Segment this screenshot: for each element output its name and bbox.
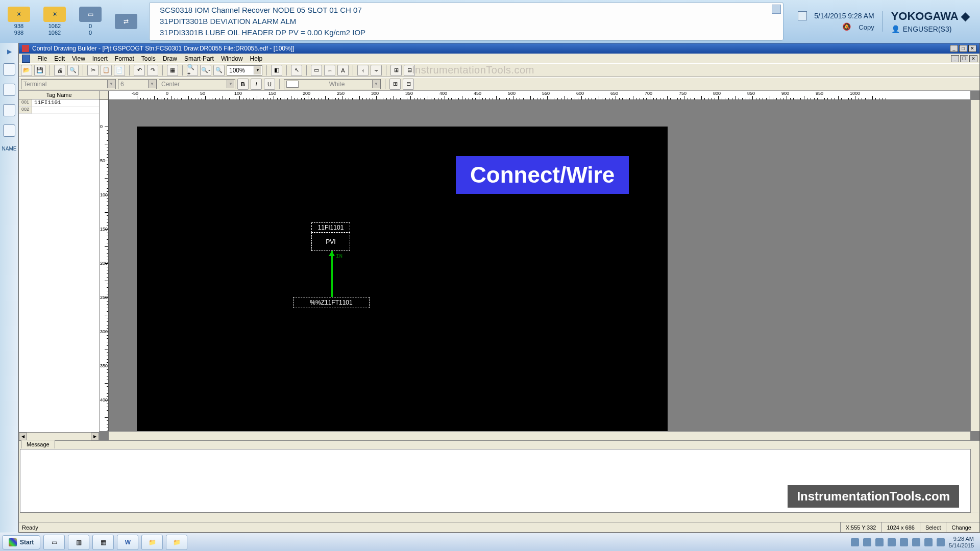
- tray-clock[interactable]: 9:28 AM 5/14/2015: [949, 536, 974, 549]
- window-titlebar[interactable]: Control Drawing Builder - [Pjt:GSPCOGT S…: [19, 43, 979, 54]
- italic-button[interactable]: I: [251, 79, 262, 90]
- io-block[interactable]: %%Z11FT1101: [293, 297, 370, 308]
- copy-button[interactable]: 📋: [101, 65, 112, 76]
- minimize-button[interactable]: _: [950, 45, 958, 52]
- draw-vscroll[interactable]: [970, 100, 979, 431]
- maximize-button[interactable]: □: [959, 45, 967, 52]
- menu-file[interactable]: File: [37, 55, 47, 62]
- fill-combo[interactable]: White▼: [284, 79, 381, 89]
- task-button-2[interactable]: ▥: [68, 535, 89, 550]
- tray-icon[interactable]: [912, 538, 920, 546]
- layout-tool-2[interactable]: ⊟: [403, 79, 414, 90]
- menu-edit[interactable]: Edit: [54, 55, 65, 62]
- dist-tool-1[interactable]: ⊞: [390, 65, 402, 76]
- mute-icon[interactable]: 🔕: [842, 22, 851, 32]
- preview-button[interactable]: 🔍: [67, 65, 79, 76]
- tray-icon[interactable]: [924, 538, 933, 546]
- block-tool[interactable]: ▭: [311, 65, 322, 76]
- tray-icon[interactable]: [851, 538, 859, 546]
- message-vscroll[interactable]: [970, 449, 978, 513]
- doc-restore-button[interactable]: ❐: [960, 55, 968, 62]
- undo-button[interactable]: ↶: [134, 65, 145, 76]
- tag-header[interactable]: Tag Name: [19, 91, 99, 99]
- task-button-3[interactable]: ▦: [92, 535, 114, 550]
- tray-icon[interactable]: [937, 538, 945, 546]
- zoom-in-button[interactable]: 🔍+: [187, 65, 198, 76]
- menu-view[interactable]: View: [72, 55, 85, 62]
- bold-button[interactable]: B: [237, 79, 249, 90]
- tray-icon[interactable]: [888, 538, 896, 546]
- rail-collapse-icon[interactable]: ▶: [7, 48, 12, 55]
- redo-button[interactable]: ↷: [147, 65, 158, 76]
- canvas-viewport[interactable]: Connect/Wire 11FI1101 PVI IN %%Z11FT1101: [109, 100, 970, 431]
- zoom-out-button[interactable]: 🔍-: [200, 65, 211, 76]
- tool-misc-1[interactable]: ◧: [271, 65, 282, 76]
- link-widget[interactable]: ⇄: [111, 14, 141, 29]
- canvas-page[interactable]: Connect/Wire 11FI1101 PVI IN %%Z11FT1101: [137, 127, 668, 431]
- task-button-5[interactable]: 📁: [141, 535, 163, 550]
- zoom-combo[interactable]: 100%▼: [227, 65, 262, 76]
- tray-icon[interactable]: [863, 538, 871, 546]
- alarm-info-panel[interactable]: SCS0318 IOM Channel Recover NODE 05 SLOT…: [149, 2, 783, 41]
- underline-button[interactable]: U: [264, 79, 275, 90]
- grid-button[interactable]: ▦: [167, 65, 178, 76]
- font-combo[interactable]: Terminal▼: [21, 79, 116, 89]
- doc-minimize-button[interactable]: _: [951, 55, 959, 62]
- tray-icon[interactable]: [875, 538, 884, 546]
- open-button[interactable]: 📂: [21, 65, 32, 76]
- message-tab[interactable]: Message: [21, 440, 55, 448]
- start-button[interactable]: Start: [2, 535, 40, 549]
- print-button[interactable]: 🖨: [54, 65, 65, 76]
- alarm-widget-3[interactable]: ▭ 00: [76, 7, 105, 36]
- scroll-left-icon[interactable]: ◀: [19, 433, 27, 440]
- fontsize-combo[interactable]: 6▼: [118, 79, 157, 89]
- rail-button-2[interactable]: [3, 84, 15, 96]
- overlay-label: Connect/Wire: [456, 156, 629, 194]
- info-scroll-icon[interactable]: [772, 5, 781, 14]
- menu-format[interactable]: Format: [115, 55, 134, 62]
- rail-button-3[interactable]: [3, 104, 15, 116]
- doc-icon[interactable]: [22, 55, 30, 63]
- zoom-fit-button[interactable]: 🔍: [213, 65, 225, 76]
- function-block-tag[interactable]: 11FI1101: [311, 222, 350, 233]
- task-button-4[interactable]: W: [117, 535, 138, 550]
- task-button-1[interactable]: ▭: [43, 535, 65, 550]
- menu-window[interactable]: Window: [221, 55, 243, 62]
- menu-draw[interactable]: Draw: [163, 55, 177, 62]
- menu-help[interactable]: Help: [250, 55, 263, 62]
- tag-hscroll[interactable]: ◀ ▶: [19, 432, 99, 440]
- wire[interactable]: [331, 251, 333, 297]
- alarm-widget-1[interactable]: ☀ 938938: [4, 7, 34, 36]
- rail-button-1[interactable]: [3, 63, 15, 76]
- tag-table[interactable]: 001 11FI1101 002: [19, 99, 99, 432]
- draw-hscroll[interactable]: [109, 431, 970, 440]
- close-button[interactable]: ✕: [968, 45, 976, 52]
- tray-icon[interactable]: [900, 538, 908, 546]
- menu-tools[interactable]: Tools: [141, 55, 156, 62]
- cut-button[interactable]: ✂: [87, 65, 99, 76]
- message-hscroll[interactable]: [20, 513, 978, 521]
- alarm-widget-2[interactable]: ☀ 10621062: [40, 7, 69, 36]
- user-button[interactable]: 👤 ENGUSER(S3): [891, 25, 952, 33]
- align-tool-2[interactable]: ⫟: [371, 65, 382, 76]
- pointer-tool[interactable]: ↖: [291, 65, 302, 76]
- paste-button[interactable]: 📄: [114, 65, 125, 76]
- menu-insert[interactable]: Insert: [92, 55, 108, 62]
- panel-icon[interactable]: [798, 11, 807, 20]
- doc-close-button[interactable]: ✕: [969, 55, 977, 62]
- wire-tool[interactable]: ⎓: [324, 65, 335, 76]
- menu-smartpart[interactable]: Smart-Part: [184, 55, 214, 62]
- function-block-type[interactable]: PVI: [311, 233, 350, 251]
- align-combo[interactable]: Center▼: [159, 79, 235, 89]
- task-button-6[interactable]: 📁: [166, 535, 187, 550]
- save-button[interactable]: 💾: [34, 65, 45, 76]
- scroll-right-icon[interactable]: ▶: [91, 433, 99, 440]
- status-size: 1024 x 686: [881, 522, 919, 532]
- rail-button-4[interactable]: [3, 124, 15, 137]
- status-select: Select: [920, 522, 946, 532]
- copy-button[interactable]: Copy: [859, 23, 874, 31]
- align-tool-1[interactable]: ⫞: [357, 65, 369, 76]
- draw-area: -500501001502002503003504004505005506006…: [100, 91, 979, 440]
- layout-tool-1[interactable]: ⊞: [389, 79, 401, 90]
- text-tool[interactable]: A: [337, 65, 349, 76]
